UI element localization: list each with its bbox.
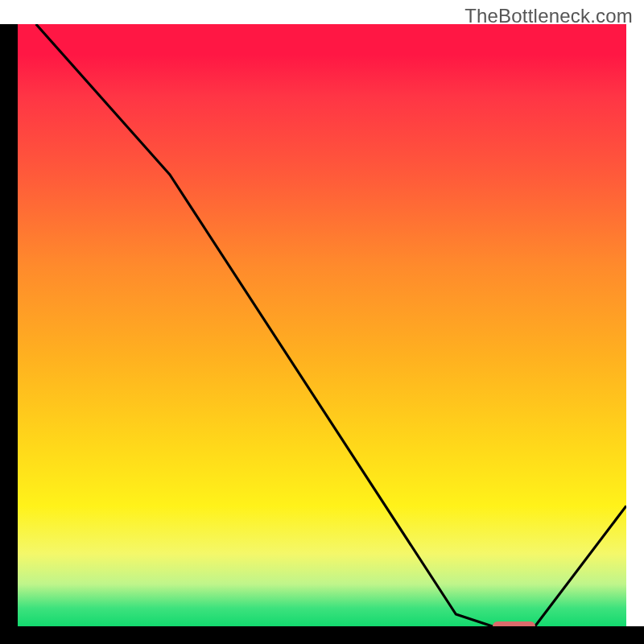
watermark-text: TheBottleneck.com xyxy=(464,5,633,27)
curve-path xyxy=(36,24,626,626)
frame-left xyxy=(0,24,18,644)
chart-canvas: TheBottleneck.com xyxy=(0,0,644,644)
plot-area xyxy=(18,24,626,626)
frame-bottom xyxy=(0,626,644,644)
bottleneck-curve xyxy=(18,24,626,626)
